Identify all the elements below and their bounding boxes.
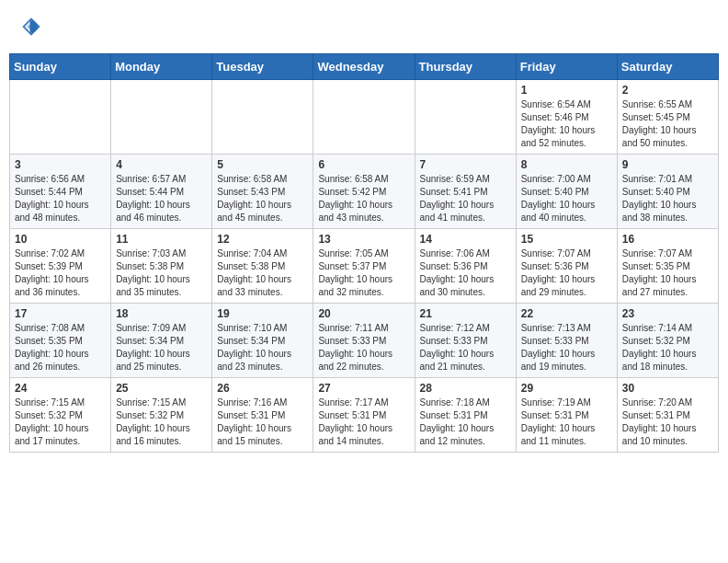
- day-info: Sunrise: 7:18 AM Sunset: 5:31 PM Dayligh…: [420, 396, 511, 448]
- calendar-cell: 24Sunrise: 7:15 AM Sunset: 5:32 PM Dayli…: [10, 378, 111, 453]
- day-number: 17: [15, 307, 106, 320]
- day-info: Sunrise: 7:15 AM Sunset: 5:32 PM Dayligh…: [15, 396, 106, 448]
- calendar-cell: 9Sunrise: 7:01 AM Sunset: 5:40 PM Daylig…: [617, 155, 718, 229]
- calendar-cell: 6Sunrise: 6:58 AM Sunset: 5:42 PM Daylig…: [313, 155, 415, 229]
- day-info: Sunrise: 6:59 AM Sunset: 5:41 PM Dayligh…: [420, 173, 511, 224]
- day-info: Sunrise: 7:13 AM Sunset: 5:33 PM Dayligh…: [521, 322, 612, 373]
- calendar-cell: 30Sunrise: 7:20 AM Sunset: 5:31 PM Dayli…: [617, 378, 718, 453]
- day-info: Sunrise: 6:57 AM Sunset: 5:44 PM Dayligh…: [116, 173, 207, 224]
- weekday-header-tuesday: Tuesday: [212, 54, 313, 80]
- weekday-header-saturday: Saturday: [617, 54, 718, 80]
- day-number: 21: [420, 307, 511, 320]
- calendar-cell: 14Sunrise: 7:06 AM Sunset: 5:36 PM Dayli…: [415, 229, 516, 304]
- calendar-cell: 11Sunrise: 7:03 AM Sunset: 5:38 PM Dayli…: [111, 229, 212, 304]
- weekday-header-wednesday: Wednesday: [313, 54, 415, 80]
- day-info: Sunrise: 6:58 AM Sunset: 5:42 PM Dayligh…: [318, 173, 409, 224]
- calendar-week-3: 10Sunrise: 7:02 AM Sunset: 5:39 PM Dayli…: [10, 229, 719, 304]
- day-info: Sunrise: 7:08 AM Sunset: 5:35 PM Dayligh…: [15, 322, 106, 373]
- day-info: Sunrise: 7:02 AM Sunset: 5:39 PM Dayligh…: [15, 247, 106, 299]
- day-number: 23: [622, 307, 713, 320]
- calendar-cell: 19Sunrise: 7:10 AM Sunset: 5:34 PM Dayli…: [212, 304, 313, 378]
- day-info: Sunrise: 7:10 AM Sunset: 5:34 PM Dayligh…: [217, 322, 308, 373]
- calendar-cell: 26Sunrise: 7:16 AM Sunset: 5:31 PM Dayli…: [212, 378, 313, 453]
- calendar-cell: [313, 80, 415, 155]
- calendar-cell: 17Sunrise: 7:08 AM Sunset: 5:35 PM Dayli…: [10, 304, 111, 378]
- calendar-week-1: 1Sunrise: 6:54 AM Sunset: 5:46 PM Daylig…: [10, 80, 719, 155]
- day-info: Sunrise: 7:16 AM Sunset: 5:31 PM Dayligh…: [217, 396, 308, 448]
- calendar-cell: 10Sunrise: 7:02 AM Sunset: 5:39 PM Dayli…: [10, 229, 111, 304]
- day-number: 28: [420, 382, 511, 395]
- calendar-cell: [111, 80, 212, 155]
- day-info: Sunrise: 7:07 AM Sunset: 5:35 PM Dayligh…: [622, 247, 713, 299]
- day-number: 15: [521, 233, 612, 246]
- day-number: 4: [116, 158, 207, 171]
- logo: [18, 14, 48, 40]
- day-info: Sunrise: 7:11 AM Sunset: 5:33 PM Dayligh…: [318, 322, 409, 373]
- day-number: 19: [217, 307, 308, 320]
- day-number: 3: [15, 158, 106, 171]
- day-number: 1: [521, 84, 612, 97]
- day-info: Sunrise: 7:05 AM Sunset: 5:37 PM Dayligh…: [318, 247, 409, 299]
- calendar-cell: 8Sunrise: 7:00 AM Sunset: 5:40 PM Daylig…: [516, 155, 617, 229]
- day-info: Sunrise: 7:07 AM Sunset: 5:36 PM Dayligh…: [521, 247, 612, 299]
- weekday-header-sunday: Sunday: [10, 54, 111, 80]
- day-number: 25: [116, 382, 207, 395]
- page-header: [9, 9, 719, 44]
- day-number: 29: [521, 382, 612, 395]
- day-info: Sunrise: 7:04 AM Sunset: 5:38 PM Dayligh…: [217, 247, 308, 299]
- day-info: Sunrise: 7:12 AM Sunset: 5:33 PM Dayligh…: [420, 322, 511, 373]
- day-info: Sunrise: 7:09 AM Sunset: 5:34 PM Dayligh…: [116, 322, 207, 373]
- day-number: 13: [318, 233, 409, 246]
- day-info: Sunrise: 7:03 AM Sunset: 5:38 PM Dayligh…: [116, 247, 207, 299]
- day-number: 24: [15, 382, 106, 395]
- day-info: Sunrise: 6:55 AM Sunset: 5:45 PM Dayligh…: [622, 98, 713, 150]
- day-number: 18: [116, 307, 207, 320]
- day-number: 6: [318, 158, 409, 171]
- day-info: Sunrise: 7:15 AM Sunset: 5:32 PM Dayligh…: [116, 396, 207, 448]
- day-number: 20: [318, 307, 409, 320]
- calendar-cell: 5Sunrise: 6:58 AM Sunset: 5:43 PM Daylig…: [212, 155, 313, 229]
- calendar-cell: 18Sunrise: 7:09 AM Sunset: 5:34 PM Dayli…: [111, 304, 212, 378]
- day-number: 12: [217, 233, 308, 246]
- day-number: 22: [521, 307, 612, 320]
- calendar-cell: 20Sunrise: 7:11 AM Sunset: 5:33 PM Dayli…: [313, 304, 415, 378]
- calendar-week-2: 3Sunrise: 6:56 AM Sunset: 5:44 PM Daylig…: [10, 155, 719, 229]
- calendar-cell: 21Sunrise: 7:12 AM Sunset: 5:33 PM Dayli…: [415, 304, 516, 378]
- day-info: Sunrise: 7:01 AM Sunset: 5:40 PM Dayligh…: [622, 173, 713, 224]
- calendar-cell: 15Sunrise: 7:07 AM Sunset: 5:36 PM Dayli…: [516, 229, 617, 304]
- day-number: 30: [622, 382, 713, 395]
- day-number: 5: [217, 158, 308, 171]
- weekday-header-thursday: Thursday: [415, 54, 516, 80]
- day-number: 7: [420, 158, 511, 171]
- calendar-cell: 3Sunrise: 6:56 AM Sunset: 5:44 PM Daylig…: [10, 155, 111, 229]
- calendar-cell: 23Sunrise: 7:14 AM Sunset: 5:32 PM Dayli…: [617, 304, 718, 378]
- day-number: 8: [521, 158, 612, 171]
- logo-icon: [18, 14, 44, 40]
- calendar-cell: 27Sunrise: 7:17 AM Sunset: 5:31 PM Dayli…: [313, 378, 415, 453]
- day-number: 14: [420, 233, 511, 246]
- calendar-table: SundayMondayTuesdayWednesdayThursdayFrid…: [9, 53, 719, 453]
- calendar-cell: 22Sunrise: 7:13 AM Sunset: 5:33 PM Dayli…: [516, 304, 617, 378]
- day-info: Sunrise: 7:00 AM Sunset: 5:40 PM Dayligh…: [521, 173, 612, 224]
- calendar-cell: 29Sunrise: 7:19 AM Sunset: 5:31 PM Dayli…: [516, 378, 617, 453]
- calendar-cell: 16Sunrise: 7:07 AM Sunset: 5:35 PM Dayli…: [617, 229, 718, 304]
- day-number: 9: [622, 158, 713, 171]
- calendar-week-5: 24Sunrise: 7:15 AM Sunset: 5:32 PM Dayli…: [10, 378, 719, 453]
- day-info: Sunrise: 6:58 AM Sunset: 5:43 PM Dayligh…: [217, 173, 308, 224]
- day-info: Sunrise: 7:19 AM Sunset: 5:31 PM Dayligh…: [521, 396, 612, 448]
- calendar-header-row: SundayMondayTuesdayWednesdayThursdayFrid…: [10, 54, 719, 80]
- calendar-cell: 13Sunrise: 7:05 AM Sunset: 5:37 PM Dayli…: [313, 229, 415, 304]
- day-info: Sunrise: 6:56 AM Sunset: 5:44 PM Dayligh…: [15, 173, 106, 224]
- day-number: 26: [217, 382, 308, 395]
- calendar-cell: 1Sunrise: 6:54 AM Sunset: 5:46 PM Daylig…: [516, 80, 617, 155]
- calendar-cell: 4Sunrise: 6:57 AM Sunset: 5:44 PM Daylig…: [111, 155, 212, 229]
- day-info: Sunrise: 7:06 AM Sunset: 5:36 PM Dayligh…: [420, 247, 511, 299]
- day-info: Sunrise: 7:17 AM Sunset: 5:31 PM Dayligh…: [318, 396, 409, 448]
- day-number: 11: [116, 233, 207, 246]
- calendar-cell: 28Sunrise: 7:18 AM Sunset: 5:31 PM Dayli…: [415, 378, 516, 453]
- day-info: Sunrise: 7:20 AM Sunset: 5:31 PM Dayligh…: [622, 396, 713, 448]
- day-number: 27: [318, 382, 409, 395]
- calendar-cell: [212, 80, 313, 155]
- day-number: 16: [622, 233, 713, 246]
- calendar-cell: [415, 80, 516, 155]
